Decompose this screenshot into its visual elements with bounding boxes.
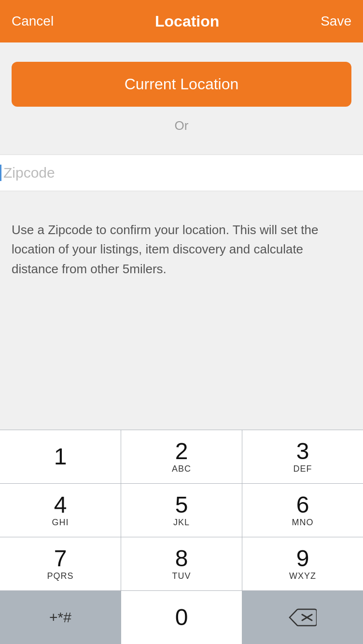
- text-cursor: [0, 165, 1, 181]
- zipcode-input[interactable]: [3, 165, 363, 181]
- key-3[interactable]: 3 DEF: [242, 430, 363, 483]
- page-title: Location: [155, 13, 219, 30]
- current-location-button[interactable]: Current Location: [12, 62, 351, 107]
- key-7[interactable]: 7 PQRS: [0, 537, 121, 590]
- key-8[interactable]: 8 TUV: [121, 537, 242, 590]
- description-area: Use a Zipcode to confirm your location. …: [0, 191, 363, 288]
- key-special[interactable]: +*#: [0, 591, 121, 644]
- save-button[interactable]: Save: [321, 14, 351, 29]
- keyboard-row-2: 4 GHI 5 JKL 6 MNO: [0, 483, 363, 537]
- key-2[interactable]: 2 ABC: [121, 430, 242, 483]
- key-1[interactable]: 1: [0, 430, 121, 483]
- description-text: Use a Zipcode to confirm your location. …: [12, 220, 351, 279]
- keyboard-row-3: 7 PQRS 8 TUV 9 WXYZ: [0, 537, 363, 590]
- delete-icon: [289, 607, 317, 628]
- cancel-button[interactable]: Cancel: [12, 14, 54, 29]
- key-0[interactable]: 0: [121, 591, 242, 644]
- keyboard: 1 2 ABC 3 DEF 4 GHI 5 JKL 6 MNO 7 PQRS: [0, 430, 363, 644]
- keyboard-row-1: 1 2 ABC 3 DEF: [0, 430, 363, 483]
- content-area: Current Location Or: [0, 42, 363, 154]
- keyboard-row-4: +*# 0: [0, 590, 363, 644]
- zipcode-row: [0, 154, 363, 191]
- key-9[interactable]: 9 WXYZ: [242, 537, 363, 590]
- key-4[interactable]: 4 GHI: [0, 484, 121, 537]
- header: Cancel Location Save: [0, 0, 363, 42]
- delete-button[interactable]: [242, 591, 363, 644]
- key-6[interactable]: 6 MNO: [242, 484, 363, 537]
- or-divider: Or: [12, 118, 351, 133]
- key-5[interactable]: 5 JKL: [121, 484, 242, 537]
